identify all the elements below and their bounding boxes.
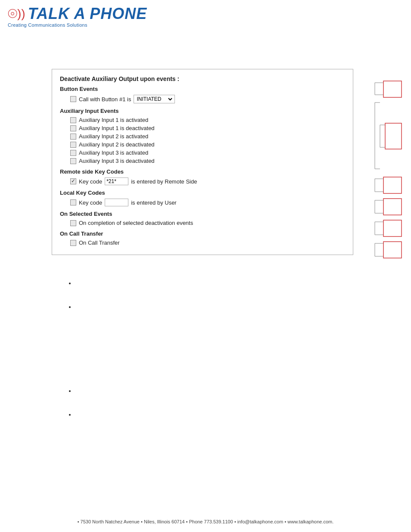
- remote-key-codes-heading: Remote side Key Codes: [60, 168, 345, 175]
- local-key-code-label-pre: Key code: [79, 199, 102, 206]
- svg-rect-26: [383, 242, 402, 258]
- remote-key-code-label-pre: Key code: [79, 178, 102, 185]
- aux-input-1-activated-row: Auxiliary Input 1 is activated: [60, 116, 345, 124]
- local-key-code-label-post: is entered by User: [131, 199, 177, 206]
- logo-text: TALK A PHONE: [28, 6, 147, 22]
- call-button1-label-pre: Call with Button #1 is: [79, 96, 131, 103]
- aux-input-events-heading: Auxiliary Input Events: [60, 108, 345, 114]
- logo-area: ⦾)) TALK A PHONE Creating Communications…: [8, 6, 147, 28]
- aux-input-2-activated-label: Auxiliary Input 2 is activated: [79, 133, 148, 140]
- bracket-decorations-svg: [349, 69, 405, 284]
- on-selected-events-checkbox[interactable]: [70, 220, 76, 226]
- initiated-select[interactable]: INITIATED ANSWERED ENDED: [135, 96, 174, 103]
- aux-input-3-activated-row: Auxiliary Input 3 is activated: [60, 149, 345, 157]
- call-button1-row: Call with Button #1 is INITIATED ANSWERE…: [60, 94, 345, 104]
- aux-input-2-deactivated-row: Auxiliary Input 2 is deactivated: [60, 140, 345, 149]
- logo-tagline: Creating Communications Solutions: [8, 22, 87, 28]
- aux-input-3-deactivated-label: Auxiliary Input 3 is deactivated: [79, 158, 155, 164]
- aux-input-2-deactivated-checkbox[interactable]: [70, 142, 76, 148]
- logo-icon: ⦾)) TALK A PHONE: [8, 6, 147, 22]
- aux-input-1-deactivated-checkbox[interactable]: [70, 125, 76, 131]
- aux-input-3-deactivated-checkbox[interactable]: [70, 158, 76, 164]
- svg-rect-14: [383, 177, 402, 193]
- on-call-transfer-row: On Call Transfer: [60, 239, 345, 247]
- remote-key-code-label-post: is entered by Remote Side: [131, 178, 197, 185]
- svg-rect-10: [385, 123, 402, 149]
- footer-text: • 7530 North Natchez Avenue • Niles, Ill…: [78, 519, 334, 524]
- remote-key-code-input[interactable]: [105, 177, 128, 185]
- on-selected-events-heading: On Selected Events: [60, 211, 345, 217]
- aux-input-3-deactivated-row: Auxiliary Input 3 is deactivated: [60, 157, 345, 165]
- logo-waves-icon: ⦾)): [8, 8, 25, 20]
- on-call-transfer-label: On Call Transfer: [79, 240, 120, 246]
- aux-input-3-activated-label: Auxiliary Input 3 is activated: [79, 149, 148, 156]
- main-content-box: Deactivate Auxiliary Output upon events …: [52, 69, 353, 255]
- svg-rect-22: [383, 220, 402, 236]
- on-call-transfer-heading: On Call Transfer: [60, 230, 345, 237]
- aux-input-1-deactivated-row: Auxiliary Input 1 is deactivated: [60, 124, 345, 132]
- svg-rect-3: [383, 81, 402, 97]
- on-selected-events-label: On completion of selected deactivation e…: [79, 220, 193, 226]
- local-key-code-checkbox[interactable]: [70, 199, 76, 205]
- aux-input-1-deactivated-label: Auxiliary Input 1 is deactivated: [79, 125, 155, 131]
- call-button1-checkbox[interactable]: [70, 96, 76, 102]
- button-events-heading: Button Events: [60, 86, 345, 92]
- initiated-select-wrapper[interactable]: INITIATED ANSWERED ENDED: [134, 95, 175, 103]
- remote-key-code-checkbox[interactable]: [70, 178, 76, 184]
- local-key-code-row: Key code is entered by User: [60, 198, 345, 207]
- main-title: Deactivate Auxiliary Output upon events …: [60, 75, 345, 82]
- aux-input-2-activated-row: Auxiliary Input 2 is activated: [60, 132, 345, 140]
- aux-input-1-activated-label: Auxiliary Input 1 is activated: [79, 117, 148, 123]
- on-selected-events-row: On completion of selected deactivation e…: [60, 219, 345, 227]
- svg-rect-18: [383, 199, 402, 215]
- footer: • 7530 North Natchez Avenue • Niles, Ill…: [0, 519, 411, 524]
- remote-key-code-row: Key code is entered by Remote Side: [60, 177, 345, 186]
- aux-input-2-activated-checkbox[interactable]: [70, 134, 76, 140]
- aux-input-3-activated-checkbox[interactable]: [70, 150, 76, 156]
- local-key-code-input[interactable]: [105, 199, 128, 206]
- local-key-codes-heading: Local Key Codes: [60, 190, 345, 196]
- aux-input-2-deactivated-label: Auxiliary Input 2 is deactivated: [79, 141, 155, 148]
- on-call-transfer-checkbox[interactable]: [70, 240, 76, 246]
- aux-input-1-activated-checkbox[interactable]: [70, 117, 76, 123]
